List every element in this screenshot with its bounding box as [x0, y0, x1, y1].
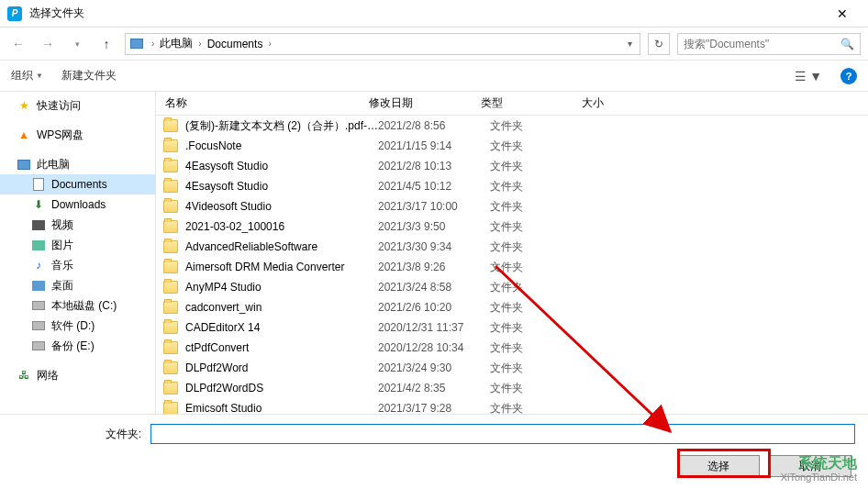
close-button[interactable]: ✕: [824, 6, 861, 21]
file-name: DLPdf2WordDS: [185, 382, 378, 395]
search-icon[interactable]: 🔍: [840, 38, 854, 50]
file-row[interactable]: ctPdfConvert2020/12/28 10:34文件夹: [156, 338, 868, 358]
folder-label: 文件夹:: [13, 427, 141, 442]
sidebar-label: 软件 (D:): [51, 318, 95, 334]
view-icon: ☰: [795, 69, 807, 83]
file-row[interactable]: cadconvert_win2021/2/6 10:20文件夹: [156, 297, 868, 317]
file-row[interactable]: 4Videosoft Studio2021/3/17 10:00文件夹: [156, 196, 868, 217]
file-type: 文件夹: [490, 320, 591, 336]
file-row[interactable]: Aimersoft DRM Media Converter2021/3/8 9:…: [156, 257, 868, 277]
watermark-cn: 系统天地: [781, 454, 857, 472]
col-type[interactable]: 类型: [481, 95, 582, 111]
folder-icon: [163, 361, 178, 374]
new-folder-button[interactable]: 新建文件夹: [61, 68, 117, 83]
address-dropdown[interactable]: ▾: [624, 39, 636, 49]
sidebar-videos[interactable]: 视频: [0, 215, 155, 235]
file-row[interactable]: AnyMP4 Studio2021/3/24 8:58文件夹: [156, 277, 868, 297]
sidebar-label: 桌面: [51, 278, 73, 294]
file-type: 文件夹: [490, 199, 591, 215]
breadcrumb-root[interactable]: 此电脑: [158, 36, 195, 51]
watermark-url: XiTongTianDi.net: [781, 472, 857, 483]
file-name: cadconvert_win: [185, 301, 378, 314]
sidebar-label: 视频: [51, 217, 73, 233]
file-type: 文件夹: [490, 381, 591, 396]
file-row[interactable]: CADEditorX 142020/12/31 11:37文件夹: [156, 317, 868, 338]
file-row[interactable]: Emicsoft Studio2021/3/17 9:28文件夹: [156, 398, 868, 414]
sidebar-wps[interactable]: ▲ WPS网盘: [0, 125, 155, 145]
sidebar-this-pc[interactable]: 此电脑: [0, 154, 155, 174]
file-type: 文件夹: [490, 401, 591, 415]
sidebar-label: 备份 (E:): [51, 339, 95, 354]
sidebar-label: 本地磁盘 (C:): [51, 298, 117, 314]
file-type: 文件夹: [490, 179, 591, 194]
sidebar-documents[interactable]: Documents: [0, 174, 155, 194]
navbar: ← → ▾ ↑ › 此电脑 › Documents › ▾ ↻ 🔍: [0, 28, 868, 61]
sidebar-desktop[interactable]: 桌面: [0, 275, 155, 295]
file-row[interactable]: (复制)-新建文本文档 (2)（合并）.pdf-2...2021/2/8 8:5…: [156, 116, 868, 136]
organize-menu[interactable]: 组织 ▼: [11, 68, 43, 83]
file-type: 文件夹: [490, 219, 591, 235]
back-button[interactable]: ←: [7, 33, 29, 55]
file-name: (复制)-新建文本文档 (2)（合并）.pdf-2...: [185, 118, 378, 134]
document-icon: [31, 177, 46, 192]
cloud-icon: ▲: [17, 128, 31, 142]
col-size[interactable]: 大小: [582, 95, 655, 111]
folder-icon: [163, 341, 178, 354]
file-row[interactable]: .FocusNote2021/1/15 9:14文件夹: [156, 136, 868, 156]
file-type: 文件夹: [490, 159, 591, 174]
select-button[interactable]: 选择: [677, 455, 760, 477]
pc-icon: [129, 37, 144, 51]
file-type: 文件夹: [490, 118, 591, 134]
sidebar-downloads[interactable]: ⬇ Downloads: [0, 194, 155, 215]
sidebar-disk-d[interactable]: 软件 (D:): [0, 316, 155, 336]
file-type: 文件夹: [490, 361, 591, 376]
sidebar-label: 图片: [51, 238, 73, 253]
file-date: 2021/4/5 10:12: [378, 180, 490, 193]
sidebar-music[interactable]: ♪ 音乐: [0, 255, 155, 275]
network-icon: 🖧: [17, 368, 31, 383]
sidebar-disk-e[interactable]: 备份 (E:): [0, 336, 155, 356]
refresh-button[interactable]: ↻: [648, 33, 670, 55]
breadcrumb-folder[interactable]: Documents: [206, 38, 265, 50]
sidebar-pictures[interactable]: 图片: [0, 235, 155, 255]
sidebar-network[interactable]: 🖧 网络: [0, 365, 155, 385]
sidebar-label: 网络: [37, 368, 59, 383]
search-box[interactable]: 🔍: [677, 33, 861, 55]
sidebar-disk-c[interactable]: 本地磁盘 (C:): [0, 295, 155, 316]
file-row[interactable]: 4Esaysoft Studio2021/4/5 10:12文件夹: [156, 176, 868, 196]
file-list[interactable]: (复制)-新建文本文档 (2)（合并）.pdf-2...2021/2/8 8:5…: [156, 116, 868, 414]
address-bar[interactable]: › 此电脑 › Documents › ▾: [125, 33, 640, 55]
recent-dropdown[interactable]: ▾: [66, 33, 88, 55]
organize-label: 组织: [11, 68, 33, 83]
forward-button[interactable]: →: [37, 33, 59, 55]
up-button[interactable]: ↑: [95, 33, 117, 55]
sidebar-label: WPS网盘: [37, 128, 83, 143]
file-date: 2021/1/15 9:14: [378, 139, 490, 152]
file-date: 2021/3/8 9:26: [378, 261, 490, 273]
file-date: 2020/12/28 10:34: [378, 341, 490, 354]
file-type: 文件夹: [490, 239, 591, 255]
col-date[interactable]: 修改日期: [369, 95, 481, 111]
titlebar: P 选择文件夹 ✕: [0, 0, 868, 28]
file-row[interactable]: 2021-03-02_1000162021/3/3 9:50文件夹: [156, 217, 868, 237]
help-button[interactable]: ?: [840, 68, 857, 84]
view-options-button[interactable]: ☰ ▼: [795, 69, 822, 83]
file-row[interactable]: DLPdf2Word2021/3/24 9:30文件夹: [156, 358, 868, 378]
file-row[interactable]: AdvancedReliableSoftware2021/3/30 9:34文件…: [156, 237, 868, 257]
sidebar-quick-access[interactable]: ★ 快速访问: [0, 95, 155, 116]
search-input[interactable]: [684, 38, 840, 50]
file-name: ctPdfConvert: [185, 341, 378, 354]
file-row[interactable]: DLPdf2WordDS2021/4/2 8:35文件夹: [156, 378, 868, 398]
folder-icon: [163, 200, 178, 213]
file-type: 文件夹: [490, 300, 591, 316]
col-name[interactable]: 名称: [163, 95, 369, 111]
file-name: 2021-03-02_100016: [185, 220, 378, 233]
star-icon: ★: [17, 98, 31, 113]
folder-name-input[interactable]: [150, 424, 855, 444]
chevron-right-icon: ›: [264, 39, 274, 49]
file-row[interactable]: 4Easysoft Studio2021/2/8 10:13文件夹: [156, 156, 868, 176]
app-icon: P: [7, 6, 22, 21]
folder-icon: [163, 382, 178, 395]
folder-icon: [163, 301, 178, 314]
file-type: 文件夹: [490, 260, 591, 275]
